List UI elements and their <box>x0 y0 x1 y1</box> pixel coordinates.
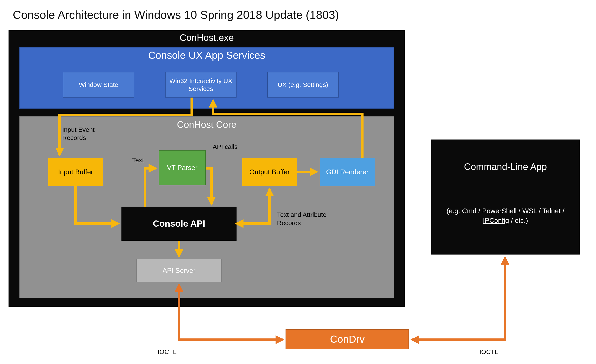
box-api-server: API Server <box>136 259 222 282</box>
box-vt-parser: VT Parser <box>159 150 206 185</box>
box-condrv: ConDrv <box>285 329 409 349</box>
box-win32-interactivity: Win32 Interactivity UX Services <box>165 72 237 98</box>
box-ux-settings: UX (e.g. Settings) <box>267 72 339 98</box>
edge-label-api-calls: API calls <box>213 143 238 151</box>
edge-label-text: Text <box>132 157 144 164</box>
box-console-api: Console API <box>121 207 237 241</box>
edge-label-text-attr-records: Text and Attribute Records <box>277 211 341 227</box>
label-ux-services: Console UX App Services <box>19 49 394 61</box>
diagram-title: Console Architecture in Windows 10 Sprin… <box>13 8 339 21</box>
label-conhost-exe: ConHost.exe <box>8 32 405 43</box>
edge-label-ioctl-right: IOCTL <box>479 348 498 356</box>
box-window-state: Window State <box>63 72 134 98</box>
label-command-line-app-subtitle: (e.g. Cmd / PowerShell / WSL / Telnet / … <box>438 206 573 225</box>
box-command-line-app: Command-Line App (e.g. Cmd / PowerShell … <box>431 139 580 255</box>
edge-label-ioctl-left: IOCTL <box>158 348 176 356</box>
box-input-buffer: Input Buffer <box>48 158 103 186</box>
box-output-buffer: Output Buffer <box>242 158 297 186</box>
arrow-condrv-cmdapp <box>412 258 505 340</box>
box-gdi-renderer: GDI Renderer <box>320 158 375 186</box>
edge-label-input-event-records: Input Event Records <box>62 126 105 142</box>
label-command-line-app-title: Command-Line App <box>432 161 579 172</box>
